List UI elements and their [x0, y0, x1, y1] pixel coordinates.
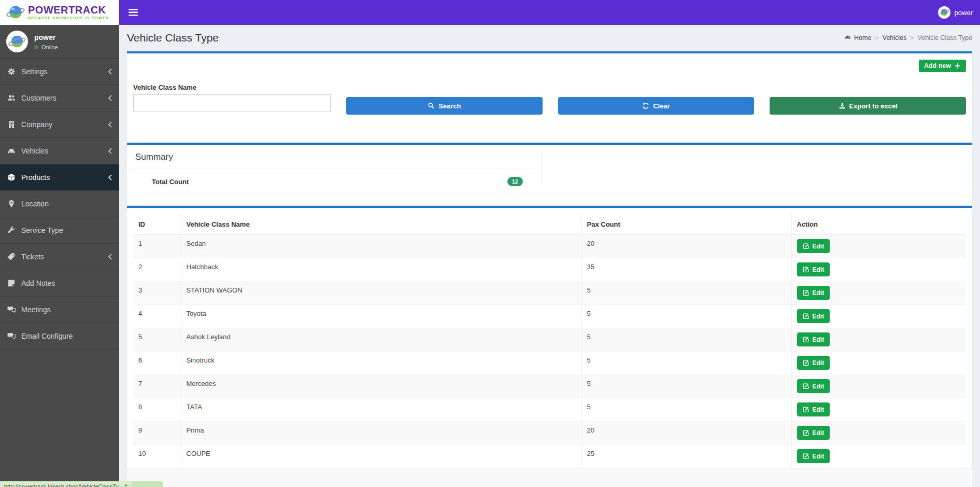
edit-button[interactable]: Edit	[797, 239, 830, 253]
building-icon	[7, 120, 16, 129]
main-content: Vehicle Class Type Home > Vehicles > Veh…	[119, 25, 980, 487]
cell-vehicle-class-name: TATA	[181, 398, 581, 422]
edit-button[interactable]: Edit	[797, 449, 830, 463]
user-menu-label: power	[955, 9, 973, 17]
user-menu[interactable]: power	[931, 0, 980, 25]
cell-id: 4	[133, 305, 181, 328]
summary-title: Summary	[127, 152, 541, 162]
breadcrumb-current: Vehicle Class Type	[918, 34, 972, 41]
sidebar-item-meetings[interactable]: Meetings	[0, 297, 119, 323]
edit-icon	[803, 313, 809, 319]
online-status-label: Online	[41, 44, 58, 50]
sidebar-toggle-button[interactable]	[119, 1, 147, 24]
cell-id: 3	[133, 282, 181, 305]
export-to-excel-button[interactable]: Export to excel	[770, 97, 966, 115]
partial-next-row	[127, 468, 972, 487]
chevron-left-icon	[107, 121, 112, 128]
chevron-left-icon	[107, 174, 112, 180]
map-pin-icon	[7, 200, 16, 208]
sidebar-item-location[interactable]: Location	[0, 191, 119, 217]
column-header-action: Action	[791, 213, 966, 235]
sidebar-item-customers[interactable]: Customers	[0, 85, 119, 112]
table-header-row: ID Vehicle Class Name Pax Count Action	[133, 213, 966, 235]
online-status-dot	[34, 45, 38, 49]
breadcrumb-vehicles[interactable]: Vehicles	[883, 34, 907, 41]
sidebar-item-email-configure[interactable]: Email Configure	[0, 323, 119, 350]
edit-button[interactable]: Edit	[797, 426, 830, 440]
sidebar-item-settings[interactable]: Settings	[0, 59, 119, 85]
cell-action: Edit	[791, 235, 966, 258]
cell-pax-count: 20	[581, 422, 791, 445]
edit-button[interactable]: Edit	[797, 309, 830, 323]
vehicle-class-name-label: Vehicle Class Name	[133, 84, 966, 91]
sidebar-item-add-notes[interactable]: Add Notes	[0, 270, 119, 297]
page-title: Vehicle Class Type	[127, 32, 219, 44]
cell-id: 6	[133, 352, 181, 375]
cell-id: 9	[133, 422, 181, 445]
sidebar-item-label: Products	[21, 173, 102, 182]
cell-pax-count: 5	[581, 375, 791, 398]
cell-action: Edit	[791, 422, 966, 445]
chevron-left-icon	[107, 68, 112, 75]
table-row: 3 STATION WAGON 5 Edit	[133, 282, 966, 305]
cell-pax-count: 35	[581, 258, 791, 282]
status-url: http://powertrack.lokesh.shop/VehicleCla…	[0, 481, 132, 487]
sidebar-user-panel: power Online	[0, 25, 119, 58]
table-row: 9 Prima 20 Edit	[133, 422, 966, 445]
cell-id: 5	[133, 328, 181, 352]
clear-button[interactable]: Clear	[558, 97, 755, 115]
sidebar-item-company[interactable]: Company	[0, 112, 119, 138]
chat-icon	[7, 332, 16, 340]
sidebar-item-label: Location	[21, 200, 102, 208]
breadcrumb-home[interactable]: Home	[844, 34, 871, 41]
note-icon	[7, 279, 16, 287]
edit-button[interactable]: Edit	[797, 286, 830, 300]
table-row: 4 Toyota 5 Edit	[133, 305, 966, 328]
edit-button[interactable]: Edit	[797, 262, 830, 276]
cell-vehicle-class-name: Mercedes	[181, 375, 581, 398]
table-row: 8 TATA 5 Edit	[133, 398, 966, 422]
breadcrumb-separator: >	[875, 34, 878, 41]
edit-button[interactable]: Edit	[797, 356, 830, 370]
brand-name: POWERTRACK	[28, 5, 109, 15]
cell-pax-count: 5	[581, 282, 791, 305]
cell-vehicle-class-name: Sedan	[181, 235, 581, 258]
edit-icon	[803, 429, 809, 436]
table-panel: ID Vehicle Class Name Pax Count Action 1…	[127, 206, 972, 487]
sidebar-item-tickets[interactable]: Tickets	[0, 244, 119, 270]
sidebar-item-products[interactable]: Products	[0, 164, 119, 191]
tachometer-icon	[844, 34, 851, 41]
sidebar-item-label: Meetings	[21, 305, 102, 314]
edit-button[interactable]: Edit	[797, 379, 830, 393]
edit-button[interactable]: Edit	[797, 402, 830, 416]
sidebar-item-service-type[interactable]: Service Type	[0, 217, 119, 244]
cell-pax-count: 5	[581, 328, 791, 352]
cell-action: Edit	[791, 258, 966, 282]
cell-vehicle-class-name: Ashok Leyland	[181, 328, 581, 352]
breadcrumb-separator: >	[910, 34, 914, 41]
sidebar-item-label: Add Notes	[21, 279, 102, 287]
car-icon	[7, 147, 16, 155]
edit-icon	[803, 383, 809, 389]
cell-id: 10	[133, 445, 181, 468]
brand-tagline: BECAUSE KNOWLEDGE IS POWER	[28, 16, 109, 20]
table-row: 1 Sedan 20 Edit	[133, 235, 966, 258]
status-bar-cap	[132, 481, 163, 487]
add-new-button[interactable]: Add new	[919, 60, 966, 72]
table-row: 6 Sinotruck 5 Edit	[133, 352, 966, 375]
chevron-left-icon	[107, 148, 112, 154]
vehicle-class-name-input[interactable]	[133, 94, 331, 112]
column-header-vehicle-class-name: Vehicle Class Name	[181, 213, 581, 235]
edit-icon	[803, 243, 809, 249]
sidebar-item-label: Service Type	[21, 226, 102, 234]
sidebar-item-vehicles[interactable]: Vehicles	[0, 138, 119, 164]
sidebar-item-label: Email Configure	[21, 332, 102, 340]
app-logo[interactable]: POWERTRACK BECAUSE KNOWLEDGE IS POWER	[0, 0, 119, 25]
sidebar-user-name: power	[34, 33, 58, 41]
cell-vehicle-class-name: Hatchback	[181, 258, 581, 282]
search-icon	[428, 102, 435, 109]
refresh-icon	[642, 102, 649, 109]
search-button[interactable]: Search	[346, 97, 543, 115]
table-row: 10 COUPE 25 Edit	[133, 445, 966, 468]
edit-button[interactable]: Edit	[797, 332, 830, 346]
